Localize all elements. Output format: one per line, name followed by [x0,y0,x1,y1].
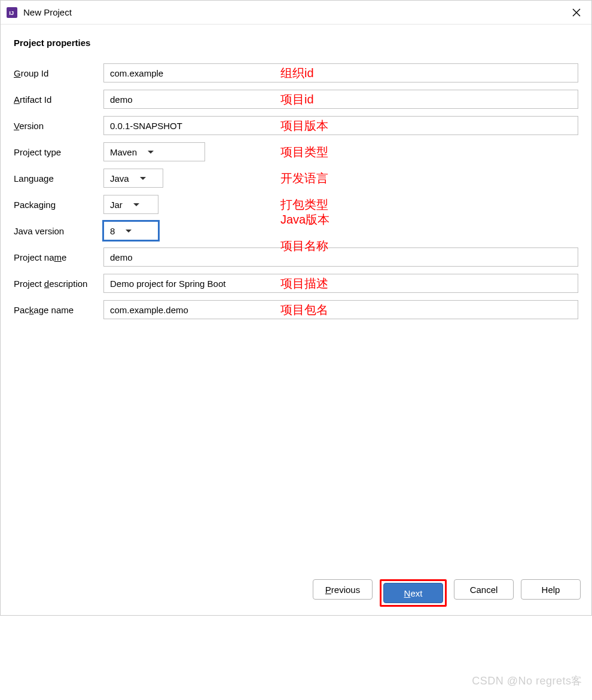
row-project-description: Project description 项目描述 [14,274,578,293]
row-artifact-id: Artifact Id 项目id [14,90,578,109]
window-title: New Project [23,7,72,17]
input-package-name[interactable] [103,300,578,319]
cancel-button[interactable]: Cancel [454,579,514,600]
next-button[interactable]: Next [383,583,443,603]
close-button[interactable] [562,1,591,24]
label-group-id: Group Id [14,68,103,78]
label-artifact-id: Artifact Id [14,94,103,105]
label-package-name: Package name [14,305,103,315]
input-artifact-id[interactable] [103,90,578,109]
select-java-version[interactable]: 8 [103,221,158,240]
select-project-type[interactable]: Maven [103,142,205,161]
row-version: Version 项目版本 [14,116,578,135]
app-icon: IJ [7,7,17,18]
help-button[interactable]: Help [521,579,581,600]
button-bar: Previous Next Cancel Help [1,579,591,607]
label-java-version: Java version [14,226,103,236]
row-project-type: Project type Maven 项目类型 [14,142,578,161]
row-package-name: Package name 项目包名 [14,300,578,319]
label-project-name: Project name [14,252,103,262]
close-icon [572,8,581,17]
input-project-description[interactable] [103,274,578,293]
row-language: Language Java 开发语言 [14,169,578,188]
page-heading: Project properties [1,25,591,53]
chevron-down-icon [133,203,139,206]
previous-button[interactable]: Previous [313,579,373,600]
select-packaging-value: Jar [110,200,123,210]
select-language-value: Java [110,173,129,184]
new-project-dialog: IJ New Project Project properties Group … [0,0,592,616]
row-group-id: Group Id 组织id [14,63,578,82]
label-version: Version [14,121,103,131]
chevron-down-icon [140,177,146,180]
row-project-name: Project name 项目名称 [14,247,578,267]
row-packaging: Packaging Jar 打包类型 [14,195,578,214]
watermark: CSDN @No regrets客 [472,674,582,688]
select-java-version-value: 8 [110,226,115,236]
chevron-down-icon [148,151,154,154]
label-project-type: Project type [14,147,103,157]
input-project-name[interactable] [103,247,578,267]
svg-text:IJ: IJ [9,9,14,16]
label-project-description: Project description [14,279,103,289]
select-packaging[interactable]: Jar [103,195,158,214]
row-java-version: Java version 8 Java版本 [14,221,578,240]
chevron-down-icon [126,230,132,233]
select-language[interactable]: Java [103,169,163,188]
form: Group Id 组织id Artifact Id 项目id Version 项… [1,53,591,326]
input-version[interactable] [103,116,578,135]
label-language: Language [14,173,103,184]
titlebar: IJ New Project [1,1,591,25]
select-project-type-value: Maven [110,147,137,157]
input-group-id[interactable] [103,63,578,82]
label-packaging: Packaging [14,200,103,210]
next-button-highlight: Next [380,579,447,607]
